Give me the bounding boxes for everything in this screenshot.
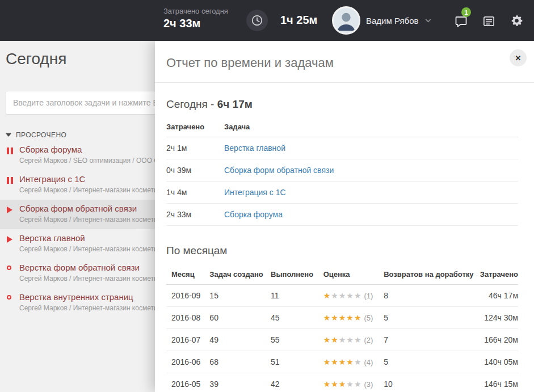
rating-count: (5): [364, 314, 373, 322]
task-cell: Сборка форума: [224, 204, 518, 226]
done-cell: 11: [271, 285, 323, 307]
task-link[interactable]: Интеграция с 1С: [224, 188, 286, 197]
month-cell: 2016-08: [166, 307, 209, 329]
months-table-header-row: Месяц Задач создано Выполнено Оценка Воз…: [166, 265, 518, 285]
star-icon: ★: [339, 357, 347, 366]
months-heading: По месяцам: [166, 245, 518, 257]
pause-status-icon[interactable]: [7, 177, 13, 184]
today-table-row: 2ч 1мВерстка главной: [166, 137, 518, 159]
today-table-body: 2ч 1мВерстка главной0ч 39мСборка форм об…: [166, 137, 518, 226]
report-button[interactable]: [482, 15, 495, 28]
star-icon: ★: [346, 357, 354, 366]
circle-status-icon[interactable]: [7, 265, 11, 270]
col-header-done: Выполнено: [271, 265, 323, 285]
months-table-row: 2016-066851★★★★★(4)5140ч 05м: [166, 351, 518, 373]
today-table-header-row: Затрачено Задача: [166, 117, 518, 137]
star-icon: ★: [339, 313, 347, 322]
created-cell: 15: [209, 285, 271, 307]
created-cell: 68: [209, 351, 271, 373]
report-list-icon: [482, 15, 495, 28]
month-cell: 2016-09: [166, 285, 209, 307]
spent-cell: 146ч 15м: [480, 373, 518, 392]
circle-status-icon[interactable]: [7, 295, 11, 300]
star-icon: ★: [339, 335, 347, 344]
star-icon: ★: [331, 335, 339, 344]
month-cell: 2016-07: [166, 329, 209, 351]
returns-cell: 7: [384, 329, 480, 351]
star-icon: ★: [331, 291, 339, 300]
report-panel-header: Отчет по времени и задачам ✕: [155, 41, 534, 83]
months-table-body: 2016-091511★★★★★(1)846ч 17м2016-086045★★…: [166, 285, 518, 392]
returns-cell: 8: [384, 285, 480, 307]
months-table-row: 2016-091511★★★★★(1)846ч 17м: [166, 285, 518, 307]
close-button[interactable]: ✕: [510, 49, 527, 66]
col-header-spent: Затрачено: [166, 117, 224, 137]
timer-button[interactable]: [246, 10, 268, 31]
month-cell: 2016-05: [166, 373, 209, 392]
spent-cell: 1ч 4м: [166, 182, 224, 204]
star-icon: ★: [339, 380, 347, 389]
star-icon: ★: [346, 291, 354, 300]
avatar[interactable]: [332, 6, 360, 35]
pause-status-icon[interactable]: [7, 147, 13, 154]
task-link[interactable]: Верстка главной: [224, 144, 285, 153]
overdue-section-header[interactable]: ПРОСРОЧЕНО: [6, 131, 66, 139]
report-panel: Отчет по времени и задачам ✕ Сегодня - 6…: [155, 41, 534, 392]
spent-cell: 124ч 30м: [480, 307, 518, 329]
settings-button[interactable]: [510, 14, 524, 28]
close-icon: ✕: [515, 54, 522, 62]
today-heading: Сегодня - 6ч 17м: [166, 98, 518, 111]
task-link[interactable]: Сборка форм обратной связи: [224, 166, 334, 175]
star-icon: ★: [331, 380, 339, 389]
star-icon: ★: [346, 335, 354, 344]
chevron-down-icon: [425, 19, 431, 23]
rating-cell: ★★★★★(5): [323, 307, 384, 329]
col-header-created: Задач создано: [209, 265, 271, 285]
returns-cell: 5: [384, 351, 480, 373]
returns-cell: 10: [384, 373, 480, 392]
col-header-rating: Оценка: [323, 265, 384, 285]
col-header-task: Задача: [224, 117, 518, 137]
done-cell: 42: [271, 373, 323, 392]
collapse-triangle-icon: [6, 133, 11, 137]
star-icon: ★: [323, 313, 331, 322]
col-header-spent: Затрачено: [480, 265, 518, 285]
months-table-row: 2016-053942★★★★★(3)10146ч 15м: [166, 373, 518, 392]
spent-today-label: Затрачено сегодня: [163, 7, 228, 15]
rating-count: (3): [364, 380, 373, 389]
created-cell: 49: [209, 329, 271, 351]
play-status-icon[interactable]: [7, 236, 12, 243]
returns-cell: 5: [384, 307, 480, 329]
report-panel-body: Сегодня - 6ч 17м Затрачено Задача 2ч 1мВ…: [155, 98, 534, 392]
today-table: Затрачено Задача 2ч 1мВерстка главной0ч …: [166, 117, 518, 226]
chat-button[interactable]: 1: [454, 15, 469, 28]
spent-today-value: 2ч 33м: [163, 17, 228, 30]
today-total: 6ч 17м: [217, 98, 253, 110]
task-cell: Верстка главной: [224, 137, 518, 159]
rating-count: (2): [364, 336, 373, 344]
col-header-month: Месяц: [166, 265, 209, 285]
task-link[interactable]: Сборка форума: [224, 210, 283, 219]
rating-cell: ★★★★★(2): [323, 329, 384, 351]
today-table-row: 2ч 33мСборка форума: [166, 204, 518, 226]
star-icon: ★: [354, 313, 362, 322]
spent-cell: 2ч 33м: [166, 204, 224, 226]
rating-cell: ★★★★★(4): [323, 351, 384, 373]
star-icon: ★: [331, 357, 339, 366]
user-name: Вадим Рябов: [366, 16, 419, 26]
overdue-label: ПРОСРОЧЕНО: [16, 131, 66, 139]
chat-badge: 1: [461, 7, 471, 17]
months-table: Месяц Задач создано Выполнено Оценка Воз…: [166, 265, 518, 392]
created-cell: 60: [209, 307, 271, 329]
user-menu[interactable]: Вадим Рябов: [332, 0, 431, 41]
col-header-returns: Возвратов на доработку: [384, 265, 480, 285]
spent-cell: 0ч 39м: [166, 159, 224, 182]
done-cell: 51: [271, 351, 323, 373]
created-cell: 39: [209, 373, 271, 392]
done-cell: 45: [271, 307, 323, 329]
time-spent-today: Затрачено сегодня 2ч 33м: [163, 7, 228, 30]
page-title: Сегодня: [6, 50, 66, 68]
clock-icon: [251, 14, 263, 27]
play-status-icon[interactable]: [7, 206, 12, 213]
task-cell: Сборка форм обратной связи: [224, 159, 518, 182]
